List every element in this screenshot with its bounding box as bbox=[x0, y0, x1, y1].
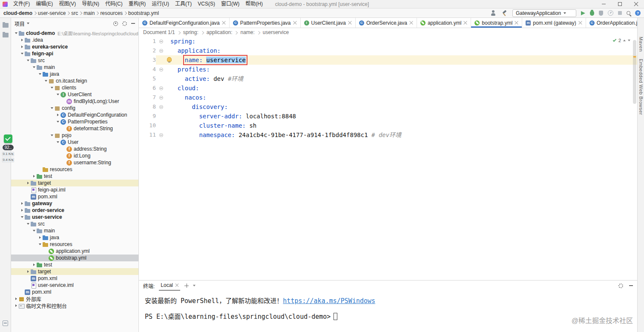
chevron-right-icon[interactable] bbox=[20, 37, 25, 43]
fold-icon[interactable] bbox=[159, 105, 163, 109]
editor-tab[interactable]: application.yml bbox=[417, 18, 471, 28]
tree-item[interactable]: user-service bbox=[11, 214, 138, 220]
close-tab-icon[interactable] bbox=[463, 21, 467, 25]
menu-item[interactable]: 工具(T) bbox=[172, 0, 195, 8]
prev-issue-icon[interactable] bbox=[623, 40, 626, 41]
chevron-down-icon[interactable] bbox=[55, 139, 60, 146]
tree-item[interactable]: user-service.iml bbox=[11, 282, 138, 289]
tree-item[interactable]: bootstrap.yml bbox=[11, 255, 138, 261]
tree-item[interactable]: .idea bbox=[11, 37, 138, 43]
breadcrumb-item[interactable]: bootstrap.yml bbox=[128, 10, 159, 16]
tree-item[interactable]: deteformat:String bbox=[11, 125, 138, 132]
editor-tab[interactable]: pom.xml (gateway) bbox=[522, 18, 586, 28]
menu-item[interactable]: 视图(V) bbox=[56, 0, 79, 8]
tree-item[interactable]: cn.itcast.feign bbox=[11, 77, 138, 84]
user-icon[interactable] bbox=[490, 10, 497, 16]
tree-item[interactable]: test bbox=[11, 261, 138, 268]
tree-item[interactable]: src bbox=[11, 220, 138, 227]
terminal-settings-icon[interactable] bbox=[618, 283, 623, 288]
menu-item[interactable]: 文件(F) bbox=[10, 0, 33, 8]
tree-item[interactable]: pojo bbox=[11, 132, 138, 139]
chevron-right-icon[interactable] bbox=[20, 43, 25, 50]
hide-panel-icon[interactable] bbox=[131, 23, 135, 24]
tree-item[interactable]: 临时文件和控制台 bbox=[11, 302, 138, 309]
tool-window-button[interactable]: Maven bbox=[638, 37, 644, 52]
tree-item[interactable]: test bbox=[11, 173, 138, 180]
breadcrumb-item[interactable]: cloud-demo bbox=[3, 10, 32, 16]
tree-item[interactable]: pom.xml bbox=[11, 275, 138, 282]
tree-item[interactable]: src bbox=[11, 57, 138, 64]
chevron-down-icon[interactable] bbox=[55, 118, 60, 125]
fold-icon[interactable] bbox=[159, 96, 163, 100]
tree-item[interactable]: feign-api.iml bbox=[11, 186, 138, 193]
close-icon[interactable] bbox=[175, 283, 178, 287]
breadcrumb-item[interactable]: src bbox=[71, 10, 78, 16]
terminal-tab-local[interactable]: Local bbox=[159, 280, 180, 291]
locate-file-icon[interactable] bbox=[113, 21, 118, 26]
menu-item[interactable]: 代码(C) bbox=[102, 0, 126, 8]
chevron-down-icon[interactable] bbox=[43, 77, 49, 84]
chevron-right-icon[interactable] bbox=[37, 234, 43, 241]
next-issue-icon[interactable] bbox=[628, 40, 630, 41]
run-config-select[interactable]: GatewayApplication bbox=[512, 9, 576, 17]
editor-tab[interactable]: OrderService.java bbox=[356, 18, 417, 28]
close-tab-icon[interactable] bbox=[515, 21, 518, 25]
tree-item[interactable]: resources bbox=[11, 166, 138, 173]
editor-tab[interactable]: DefaultFeignConfiguration.java bbox=[139, 18, 230, 28]
chevron-down-icon[interactable] bbox=[49, 132, 55, 139]
tree-item[interactable]: UserClient bbox=[11, 91, 138, 98]
tree-item[interactable]: PatternProperties bbox=[11, 118, 138, 125]
chevron-down-icon[interactable] bbox=[32, 227, 37, 234]
editor-scrollbar[interactable] bbox=[633, 40, 636, 104]
chevron-right-icon[interactable] bbox=[20, 200, 25, 207]
menu-item[interactable]: 重构(R) bbox=[126, 0, 149, 8]
project-stripe-icon[interactable] bbox=[3, 23, 9, 28]
tree-item[interactable]: username:String bbox=[11, 159, 138, 166]
chevron-right-icon[interactable] bbox=[14, 295, 19, 302]
project-tool-title[interactable]: 项目 bbox=[14, 20, 25, 27]
build-hammer-icon[interactable] bbox=[501, 10, 508, 16]
tree-item[interactable]: 外部库 bbox=[11, 295, 138, 302]
debug-button[interactable] bbox=[590, 11, 594, 16]
tree-item[interactable]: pom.xml bbox=[11, 289, 138, 295]
editor-tab[interactable]: OrderApplication.java bbox=[586, 18, 637, 28]
chevron-down-icon[interactable] bbox=[14, 30, 19, 37]
chevron-right-icon[interactable] bbox=[32, 173, 37, 180]
editor-tab[interactable]: UserClient.java bbox=[301, 18, 356, 28]
tree-item[interactable]: address:String bbox=[11, 146, 138, 152]
chevron-right-icon[interactable] bbox=[20, 207, 25, 214]
tree-item[interactable]: cloud-demoE:\桌面\learning-files\springclo… bbox=[11, 30, 138, 37]
menu-item[interactable]: 窗口(W) bbox=[218, 0, 242, 8]
chevron-down-icon[interactable] bbox=[49, 84, 55, 91]
run-button[interactable] bbox=[581, 11, 585, 15]
menu-item[interactable]: 帮助(H) bbox=[242, 0, 266, 8]
tree-item[interactable]: target bbox=[11, 180, 138, 186]
maximize-button[interactable] bbox=[612, 0, 628, 8]
breadcrumb-item[interactable]: user-service bbox=[38, 10, 66, 16]
breadcrumb-item[interactable]: resources bbox=[100, 10, 123, 16]
search-icon[interactable] bbox=[627, 11, 630, 15]
fold-icon[interactable] bbox=[159, 86, 163, 90]
tree-item[interactable]: resources bbox=[11, 241, 138, 248]
menu-item[interactable]: VCS(S) bbox=[195, 0, 218, 8]
tree-item[interactable]: target bbox=[11, 268, 138, 275]
tree-item[interactable]: main bbox=[11, 64, 138, 71]
editor-tab[interactable]: PatternProperties.java bbox=[230, 18, 301, 28]
tree-item[interactable]: clients bbox=[11, 84, 138, 91]
minimize-button[interactable] bbox=[595, 0, 612, 8]
close-tab-icon[interactable] bbox=[222, 21, 226, 25]
warning-stripe-mark[interactable] bbox=[633, 56, 636, 57]
help-icon[interactable] bbox=[635, 10, 641, 16]
tree-item[interactable]: User bbox=[11, 139, 138, 146]
tree-item[interactable]: java bbox=[11, 234, 138, 241]
chevron-right-icon[interactable] bbox=[14, 302, 19, 309]
editor-breadcrumb-item[interactable]: userservice bbox=[263, 29, 289, 35]
fold-icon[interactable] bbox=[159, 68, 163, 72]
chevron-right-icon[interactable] bbox=[26, 268, 31, 275]
terminal-output[interactable]: 安装最新的 PowerShell，了解新功能和改进！https://aka.ms… bbox=[139, 291, 637, 332]
inspections-widget[interactable]: 2 bbox=[613, 38, 630, 43]
gear-icon[interactable] bbox=[122, 21, 127, 26]
editor-breadcrumb-item[interactable]: Document 1/1 bbox=[143, 29, 175, 35]
menu-item[interactable]: 导航(N) bbox=[79, 0, 102, 8]
menu-item[interactable]: 编辑(E) bbox=[33, 0, 56, 8]
